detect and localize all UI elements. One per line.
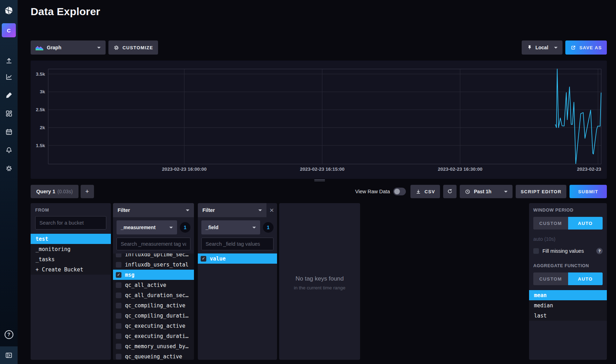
checkbox-icon[interactable]: [116, 282, 121, 288]
aggregate-custom-button[interactable]: CUSTOM: [533, 272, 568, 285]
chart-canvas: 1.5k2k2.5k3k3.5k2023-02-23 16:00:002023-…: [31, 61, 607, 179]
fill-missing-label: Fill missing values: [542, 248, 593, 254]
refresh-button[interactable]: [443, 185, 457, 198]
measurement-item[interactable]: qc_compiling_duration…: [113, 310, 194, 321]
measurement-item[interactable]: qc_all_active: [113, 280, 194, 290]
measurement-item-label: qc_memory_unused_bytes: [125, 343, 191, 350]
sidebar-item-settings[interactable]: [0, 161, 18, 176]
measurement-item[interactable]: influxdb_users_total: [113, 259, 194, 270]
measurement-filter-panel: Filter _measurement 1 influxdb_uptime_se…: [113, 203, 194, 360]
field-search-input[interactable]: [201, 238, 274, 250]
checkbox-icon[interactable]: [116, 333, 121, 339]
submit-button[interactable]: SUBMIT: [570, 185, 607, 198]
nav-sidebar: C: [0, 0, 18, 364]
aggregate-function-item[interactable]: mean: [529, 290, 607, 300]
checkbox-checked-icon[interactable]: ✓: [201, 256, 206, 262]
bucket-item[interactable]: _tasks: [31, 254, 111, 264]
measurement-search-input[interactable]: [117, 238, 190, 250]
field-item[interactable]: ✓value: [198, 253, 277, 264]
fill-missing-checkbox[interactable]: [533, 248, 539, 254]
timezone-dropdown[interactable]: Local: [522, 40, 562, 55]
checkbox-icon[interactable]: [116, 293, 121, 298]
measurement-item[interactable]: influxdb_uptime_secon…: [113, 253, 194, 259]
help-icon: ?: [5, 330, 13, 339]
customize-button[interactable]: CUSTOMIZE: [108, 40, 158, 55]
sidebar-item-data-explorer[interactable]: [0, 69, 18, 84]
tag-key-dropdown[interactable]: _field: [201, 220, 260, 234]
bucket-item[interactable]: test: [31, 234, 111, 244]
sidebar-item-help[interactable]: ?: [0, 327, 18, 342]
chevron-down-icon: [554, 47, 558, 49]
bucket-search-input[interactable]: [35, 216, 106, 230]
measurement-item[interactable]: qc_memory_unused_bytes: [113, 341, 194, 351]
time-series-chart[interactable]: 1.5k2k2.5k3k3.5k2023-02-23 16:00:002023-…: [31, 61, 607, 179]
sidebar-item-notebooks[interactable]: [0, 87, 18, 103]
window-auto-value: auto (10s): [533, 236, 603, 242]
query-tab[interactable]: Query 1 (0.03s): [31, 185, 78, 198]
checkbox-icon[interactable]: [116, 313, 121, 319]
chevron-down-icon: [169, 227, 173, 228]
bucket-item[interactable]: _monitoring: [31, 244, 111, 254]
filter-type-dropdown[interactable]: Filter: [198, 203, 266, 217]
sidebar-item-alerts[interactable]: [0, 142, 18, 158]
script-editor-button[interactable]: SCRIPT EDITOR: [516, 185, 566, 198]
window-auto-button[interactable]: AUTO: [568, 217, 603, 230]
chevron-down-icon: [258, 209, 262, 211]
window-custom-button[interactable]: CUSTOM: [533, 217, 568, 230]
account-avatar[interactable]: C: [2, 23, 16, 37]
query-controls: Query 1 (0.03s) + View Raw Data CSV: [31, 185, 607, 198]
csv-download-button[interactable]: CSV: [410, 185, 440, 198]
influxdb-logo-icon: [4, 6, 13, 15]
resize-handle[interactable]: [314, 180, 325, 182]
measurement-item-label: qc_all_duration_secon…: [125, 292, 191, 299]
measurement-item[interactable]: qc_executing_active: [113, 321, 194, 331]
sidebar-item-collapse-nav[interactable]: [0, 346, 18, 364]
view-type-dropdown[interactable]: Graph: [31, 40, 106, 55]
save-as-button[interactable]: SAVE AS: [565, 40, 607, 55]
checkbox-icon[interactable]: [116, 303, 121, 308]
checkbox-icon[interactable]: [116, 262, 121, 268]
sidebar-item-tasks[interactable]: [0, 124, 18, 139]
view-type-label: Graph: [47, 45, 61, 50]
influxdb-logo[interactable]: [0, 3, 18, 18]
empty-state-submessage: in the current time range: [279, 285, 360, 290]
remove-filter-button[interactable]: ×: [266, 203, 277, 217]
measurement-item[interactable]: ✓msg: [113, 270, 194, 280]
dashboards-icon: [5, 110, 13, 117]
toggle-knob: [394, 189, 400, 194]
aggregate-function-item[interactable]: last: [529, 310, 607, 321]
page-title: Data Explorer: [31, 6, 100, 18]
checkbox-checked-icon[interactable]: ✓: [116, 272, 121, 278]
time-range-label: Past 1h: [474, 189, 491, 194]
bucket-item[interactable]: + Create Bucket: [31, 264, 111, 275]
selected-count-badge: 1: [180, 222, 190, 233]
checkbox-icon[interactable]: [116, 354, 121, 359]
help-tooltip-icon[interactable]: ?: [596, 248, 603, 254]
bell-icon: [5, 146, 13, 154]
refresh-icon: [447, 188, 453, 195]
view-raw-data-toggle[interactable]: [393, 188, 406, 195]
measurement-item[interactable]: qc_all_duration_secon…: [113, 290, 194, 300]
y-axis-tick-label: 3.5k: [36, 71, 45, 77]
sidebar-item-dashboards[interactable]: [0, 106, 18, 121]
checkbox-icon[interactable]: [116, 253, 121, 257]
measurement-item[interactable]: qc_queueing_active: [113, 351, 194, 360]
gear-icon: [5, 165, 13, 172]
aggregate-auto-button[interactable]: AUTO: [568, 272, 603, 285]
aggregate-function-item[interactable]: median: [529, 300, 607, 310]
measurement-item-label: qc_executing_active: [125, 323, 186, 329]
time-range-dropdown[interactable]: Past 1h: [460, 185, 513, 198]
measurement-item[interactable]: qc_compiling_active: [113, 300, 194, 310]
checkbox-icon[interactable]: [116, 344, 121, 349]
csv-label: CSV: [425, 189, 435, 194]
sidebar-item-upload[interactable]: [0, 53, 18, 68]
checkbox-icon[interactable]: [116, 323, 121, 329]
tag-key-dropdown[interactable]: _measurement: [117, 220, 177, 234]
measurement-item[interactable]: qc_executing_duration…: [113, 331, 194, 341]
filter-type-dropdown[interactable]: Filter: [113, 203, 194, 217]
clock-icon: [465, 189, 471, 195]
query-tab-duration: (0.03s): [57, 189, 73, 194]
y-axis-tick-label: 1.5k: [36, 143, 45, 148]
measurement-item-label: qc_compiling_duration…: [125, 313, 191, 319]
add-query-button[interactable]: +: [81, 185, 94, 198]
